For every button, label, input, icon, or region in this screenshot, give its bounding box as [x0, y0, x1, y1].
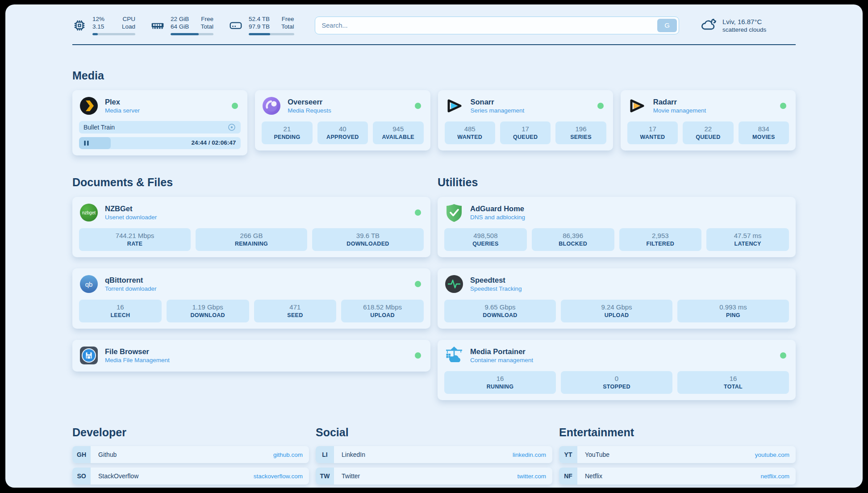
section-title-media: Media — [72, 69, 796, 82]
disc-icon[interactable] — [227, 123, 236, 132]
link-row-github[interactable]: GHGithubgithub.com — [72, 446, 309, 463]
stat-pill: 16RUNNING — [444, 371, 556, 394]
stat-label: PENDING — [263, 134, 310, 140]
stat-label: AVAILABLE — [375, 134, 421, 140]
stat-pill: 17WANTED — [627, 121, 678, 144]
stat-label: STOPPED — [563, 384, 671, 390]
stat-value: 485 — [447, 125, 493, 133]
stat-progress-bar — [249, 33, 294, 35]
playback-progress: 24:44 / 02:06:47 — [79, 137, 241, 149]
app-card-plex[interactable]: PlexMedia serverBullet Train24:44 / 02:0… — [72, 90, 247, 155]
stat-progress-fill — [249, 33, 270, 35]
link-abbr-badge: TW — [316, 468, 334, 485]
weather-location-temp: Lviv, 16.87°C — [722, 18, 766, 25]
link-label: StackOverflow — [98, 472, 138, 480]
weather-text: Lviv, 16.87°C scattered clouds — [722, 18, 766, 33]
stat-label-bottom: Load — [122, 23, 135, 30]
stat-value: 86,396 — [534, 232, 613, 239]
playback-time: 24:44 / 02:06:47 — [191, 139, 236, 146]
app-card-overseerr[interactable]: OverseerrMedia Requests21PENDING40APPROV… — [255, 90, 430, 150]
stat-value: 2,953 — [621, 232, 700, 239]
stat-value-top: 12% — [92, 15, 104, 23]
ram-icon — [150, 18, 165, 33]
link-row-youtube[interactable]: YTYouTubeyoutube.com — [559, 446, 796, 463]
stat-label: RUNNING — [446, 384, 554, 390]
app-card-speedtest[interactable]: SpeedtestSpeedtest Tracking9.65 GbpsDOWN… — [438, 268, 796, 329]
section-documents: Documents & Files nzbgetNZBGetUsenet dow… — [72, 176, 430, 372]
stat-value: 22 — [684, 125, 731, 133]
search-input[interactable] — [315, 17, 679, 34]
qbittorrent-icon: qb — [79, 274, 99, 294]
stat-pill: 9.65 GbpsDOWNLOAD — [444, 300, 556, 322]
stat-pill: 485WANTED — [445, 121, 495, 144]
stat-label-top: Free — [200, 15, 213, 23]
stat-pills: 498,508QUERIES86,396BLOCKED2,953FILTERED… — [444, 228, 789, 251]
link-url: github.com — [273, 451, 303, 458]
stat-label: LEECH — [81, 312, 160, 318]
nzbget-icon: nzbget — [79, 203, 99, 222]
stat-pill: 16LEECH — [79, 300, 162, 322]
svg-text:qb: qb — [85, 280, 93, 288]
stat-label: DOWNLOAD — [446, 312, 554, 318]
status-dot — [780, 352, 786, 359]
overseerr-icon — [262, 96, 281, 116]
stat-label: UPLOAD — [563, 312, 671, 318]
link-abbr-badge: NF — [559, 468, 577, 485]
link-url: netflix.com — [760, 473, 789, 480]
stat-pills: 485WANTED17QUEUED196SERIES — [445, 121, 606, 144]
stat-pill: 16TOTAL — [677, 371, 789, 394]
stat-pills: 16LEECH1.19 GbpsDOWNLOAD471SEED618.52 Mb… — [79, 300, 424, 322]
link-row-twitter[interactable]: TWTwittertwitter.com — [316, 468, 552, 485]
link-abbr-badge: YT — [559, 446, 577, 463]
two-column-area: Documents & Files nzbgetNZBGetUsenet dow… — [72, 176, 796, 400]
link-row-netflix[interactable]: NFNetflixnetflix.com — [559, 468, 796, 485]
stat-label: DOWNLOADED — [314, 241, 422, 247]
radarr-icon — [627, 96, 647, 116]
stat-pill: 744.21 MbpsRATE — [79, 228, 191, 251]
link-abbr-badge: GH — [72, 446, 91, 463]
now-playing-row: Bullet Train — [79, 121, 241, 134]
link-row-stackoverflow[interactable]: SOStackOverflowstackoverflow.com — [72, 468, 309, 485]
app-title: Sonarr — [471, 98, 525, 106]
app-card-header: Media PortainerContainer management — [444, 346, 789, 365]
system-stat-disk: 52.4 TB97.9 TBFreeTotal — [229, 15, 294, 35]
section-title-entertainment: Entertainment — [559, 426, 796, 439]
stat-progress-fill — [171, 33, 199, 35]
section-title-developer: Developer — [72, 426, 309, 439]
stat-value: 17 — [502, 125, 549, 133]
link-row-linkedin[interactable]: LILinkedInlinkedin.com — [316, 446, 552, 463]
app-card-adguard-home[interactable]: AdGuard HomeDNS and adblocking498,508QUE… — [438, 197, 796, 257]
section-title-utilities: Utilities — [438, 176, 796, 189]
stat-label-bottom: Total — [281, 23, 294, 30]
section-utilities: Utilities AdGuard HomeDNS and adblocking… — [438, 176, 796, 400]
section-media: Media PlexMedia serverBullet Train24:44 … — [72, 69, 796, 155]
app-title: NZBGet — [105, 205, 157, 213]
stat-value: 21 — [263, 125, 310, 133]
stat-label: TOTAL — [679, 384, 787, 390]
app-card-nzbget[interactable]: nzbgetNZBGetUsenet downloader744.21 Mbps… — [72, 197, 430, 257]
app-card-sonarr[interactable]: SonarrSeries management485WANTED17QUEUED… — [438, 90, 613, 150]
stat-label: WANTED — [629, 134, 676, 140]
app-title: Radarr — [653, 98, 706, 106]
link-label: Netflix — [585, 472, 602, 480]
search-provider-button[interactable]: G — [657, 19, 677, 32]
stat-label: BLOCKED — [534, 241, 613, 247]
stat-value: 834 — [740, 125, 787, 133]
app-card-qbittorrent[interactable]: qbqBittorrentTorrent downloader16LEECH1.… — [72, 268, 430, 329]
app-card-media-portainer[interactable]: Media PortainerContainer management16RUN… — [438, 340, 796, 400]
cloud-icon — [700, 16, 717, 35]
stat-value: 9.65 Gbps — [446, 303, 554, 311]
stat-pill: 86,396BLOCKED — [532, 228, 614, 251]
sonarr-icon — [445, 96, 464, 116]
app-card-header: SonarrSeries management — [445, 96, 606, 116]
stat-label: UPLOAD — [343, 312, 422, 318]
link-url: twitter.com — [517, 473, 546, 480]
stat-label: WANTED — [447, 134, 493, 140]
system-stats: 12%3.15CPULoad22 GiB64 GiBFreeTotal52.4 … — [72, 15, 294, 35]
stat-value-bottom: 97.9 TB — [249, 23, 270, 30]
link-label: LinkedIn — [342, 451, 365, 458]
stat-label: RATE — [81, 241, 189, 247]
app-card-file-browser[interactable]: File BrowserMedia File Management — [72, 340, 430, 372]
app-card-radarr[interactable]: RadarrMovie management17WANTED22QUEUED83… — [621, 90, 796, 150]
stat-label: LATENCY — [708, 241, 787, 247]
